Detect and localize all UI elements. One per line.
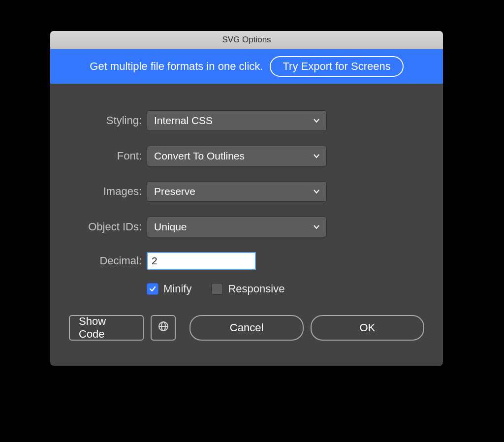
show-code-label: Show Code [79,315,134,341]
responsive-checkbox[interactable]: Responsive [211,283,284,295]
globe-icon [158,320,169,335]
images-label: Images: [69,185,147,198]
try-export-for-screens-button[interactable]: Try Export for Screens [270,56,403,77]
images-value: Preserve [154,186,195,197]
font-label: Font: [69,150,147,162]
decimal-input[interactable] [147,252,256,270]
show-code-button[interactable]: Show Code [69,315,144,341]
styling-row: Styling: Internal CSS [69,110,424,131]
styling-dropdown[interactable]: Internal CSS [147,110,327,131]
chevron-down-icon [313,152,320,160]
checkbox-row: Minify Responsive [147,283,424,295]
dialog-body: Styling: Internal CSS Font: Convert To O… [50,84,443,355]
ok-label: OK [359,321,375,334]
responsive-label: Responsive [228,283,284,295]
object-ids-label: Object IDs: [69,221,147,233]
promo-text: Get multiple file formats in one click. [90,60,263,73]
font-dropdown[interactable]: Convert To Outlines [147,146,327,166]
minify-label: Minify [163,283,191,295]
decimal-row: Decimal: [69,252,424,270]
promo-bar: Get multiple file formats in one click. … [50,49,443,84]
chevron-down-icon [313,188,320,195]
cancel-label: Cancel [230,321,263,334]
ok-button[interactable]: OK [311,315,424,341]
font-value: Convert To Outlines [154,150,245,162]
footer-row: Show Code Cancel OK [69,315,424,355]
styling-value: Internal CSS [154,115,213,126]
chevron-down-icon [313,117,320,125]
images-dropdown[interactable]: Preserve [147,181,327,202]
checkbox-checked-icon [147,283,158,295]
minify-checkbox[interactable]: Minify [147,283,191,295]
svg-options-dialog: SVG Options Get multiple file formats in… [50,31,443,366]
object-ids-value: Unique [154,221,187,233]
cancel-button[interactable]: Cancel [189,315,303,341]
font-row: Font: Convert To Outlines [69,146,424,166]
titlebar-title: SVG Options [222,35,271,45]
object-ids-dropdown[interactable]: Unique [147,217,327,237]
checkbox-unchecked-icon [211,283,223,295]
titlebar: SVG Options [50,31,443,49]
decimal-label: Decimal: [69,254,147,267]
images-row: Images: Preserve [69,181,424,202]
object-ids-row: Object IDs: Unique [69,217,424,237]
globe-button[interactable] [151,315,176,341]
promo-button-label: Try Export for Screens [283,60,390,72]
chevron-down-icon [313,223,320,231]
styling-label: Styling: [69,114,147,127]
